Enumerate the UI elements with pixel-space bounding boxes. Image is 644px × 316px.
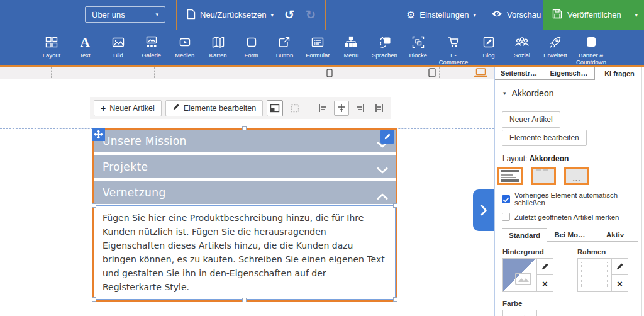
tab-seitenstruktur[interactable]: Seitenstr… [495,67,543,80]
background-clear-button[interactable]: × [536,275,553,292]
new-page-icon [186,9,196,21]
layout-label-row: Layout: Akkordeon [502,154,644,163]
website-builder-app: Über uns ▾ Neu/Zurücksetzen ▾ ↺ ↻ ⚙ Eins… [0,0,644,316]
toolbar-item-bild[interactable]: Bild [106,33,131,65]
layout-value: Akkordeon [530,154,569,163]
layout-thumb-accordion-selected[interactable] [497,167,523,185]
tab-aktiv[interactable]: Aktiv [592,228,638,242]
checkbox-unchecked[interactable] [502,213,510,221]
tab-bei-mouseover[interactable]: Bei Mo… [547,228,592,242]
accordion-item-title: Projekte [103,161,148,173]
checkbox-checked[interactable] [502,195,510,203]
breakpoint-tick [439,67,440,78]
color-picker-button[interactable] [502,310,537,316]
toolbar-item-banner-countdown[interactable]: Banner & Countdown [576,33,606,65]
maps-icon [211,33,226,50]
page-selector-dropdown[interactable]: Über uns ▾ [85,6,165,23]
new-article-button[interactable]: + Neuer Artikel [94,100,162,116]
pencil-icon [616,262,624,271]
toolbar-item-galerie[interactable]: Galerie [139,33,164,65]
banner-icon [584,33,599,50]
frame-mode-button[interactable] [267,100,283,116]
resize-handle-bottom[interactable] [242,298,247,302]
page-canvas: + Neuer Artikel Elemente bearbeiten [0,79,494,316]
align-right-button[interactable] [353,101,368,116]
element-toolbar: Layout A Text Bild Galerie Medien Karten [0,30,644,65]
text-icon: A [77,33,92,50]
accordion-item-header[interactable]: Projekte [94,155,396,178]
accordion-item-title: Unsere Mission [103,135,187,147]
background-edit-button[interactable] [536,258,553,275]
publish-button[interactable]: Veröffentlichen ▾ [543,0,644,30]
frame-mode-disabled-button[interactable] [287,100,303,116]
resize-handle[interactable] [393,297,397,302]
edit-pencil-icon[interactable] [380,130,394,144]
tab-eigenschaften[interactable]: Eigensch… [543,67,595,80]
border-clear-button[interactable]: × [611,275,628,292]
toolbar-item-sozial[interactable]: Sozial [509,33,535,65]
redo-icon[interactable]: ↻ [306,8,316,22]
separator [275,0,275,30]
border-preview[interactable] [577,258,611,292]
sidebar-collapse-handle[interactable] [473,189,494,231]
properties-sidebar: Seitenstr… Eigensch… KI fragen ▾ Akkorde… [494,67,644,316]
accordion-body-text[interactable]: Fügen Sie hier eine Produktbeschreibung … [94,205,396,300]
undo-icon[interactable]: ↺ [284,8,294,22]
chevron-down-icon [377,164,388,176]
accordion-section-header[interactable]: ▾ Akkordeon [503,88,644,98]
toolbar-item-erweitert[interactable]: Erweitert [543,33,568,65]
border-edit-button[interactable] [611,258,628,275]
style-state-tabs: Standard Bei Mo… Aktiv [502,228,638,242]
tab-ki-fragen[interactable]: KI fragen [595,67,644,80]
accordion-item-header[interactable]: Unsere Mission [94,130,396,152]
layout-thumb-tabs[interactable] [531,167,556,185]
new-reset-dropdown[interactable]: Neu/Zurücksetzen ▾ [186,0,274,30]
move-handle-icon[interactable] [92,128,105,141]
toolbar-item-form[interactable]: Form [239,33,264,65]
accordion-item-header[interactable]: Vernetzung [94,181,396,204]
sidebar-edit-elements-button[interactable]: Elemente bearbeiten [502,130,587,146]
section-title: Akkordeon [512,88,554,98]
separator [176,0,177,30]
edit-elements-button[interactable]: Elemente bearbeiten [165,100,263,116]
align-left-button[interactable] [315,101,330,116]
breakpoint-ruler [0,67,494,79]
sidebar-new-article-button[interactable]: Neuer Artikel [502,111,560,128]
button-icon [277,33,292,50]
toolbar-item-sprachen[interactable]: A Sprachen [372,33,397,65]
pencil-icon [172,103,180,113]
layout-thumb-collapsed[interactable]: ... [564,167,589,185]
settings-dropdown[interactable]: ⚙ Einstellungen ▾ [406,0,476,30]
toolbar-item-menu[interactable]: Menü [338,33,364,65]
align-justify-button[interactable] [372,101,387,116]
accordion-edit-toolbar: + Neuer Artikel Elemente bearbeiten [90,97,391,119]
resize-handle[interactable] [393,203,397,208]
blocks-icon [411,33,426,50]
toolbar-item-formular[interactable]: Formular [305,33,330,65]
toolbar-item-layout[interactable]: Layout [39,33,64,65]
toolbar-item-medien[interactable]: Medien [172,33,197,65]
sidebar-scrollbar[interactable] [641,67,642,316]
chevron-down-icon: ▾ [271,12,274,18]
toolbar-item-blog[interactable]: Blog [476,33,501,65]
toolbar-item-karten[interactable]: Karten [206,33,231,65]
resize-handle[interactable] [92,203,96,208]
toolbar-item-button[interactable]: Button [272,33,297,65]
toolbar-item-bloecke[interactable]: Blöcke [406,33,431,65]
save-icon [552,9,562,21]
align-center-button[interactable] [334,101,349,116]
media-icon [177,33,192,50]
background-preview[interactable] [502,258,536,292]
sidebar-tabs: Seitenstr… Eigensch… KI fragen [495,67,644,80]
resize-handle[interactable] [92,297,96,302]
color-label: Farbe [502,300,644,307]
field-labels-row: Hintergrund Rahmen [502,248,644,256]
background-label: Hintergrund [502,248,577,256]
form-icon [310,33,325,50]
preview-button[interactable]: Vorschau [491,0,541,30]
tab-standard[interactable]: Standard [502,228,547,242]
accordion-block-selected[interactable]: Unsere Mission Projekte Vernetzung [92,128,397,302]
toolbar-item-ecommerce[interactable]: E- Commerce [439,33,468,65]
breakpoint-tick [51,67,52,78]
toolbar-item-text[interactable]: A Text [72,33,97,65]
